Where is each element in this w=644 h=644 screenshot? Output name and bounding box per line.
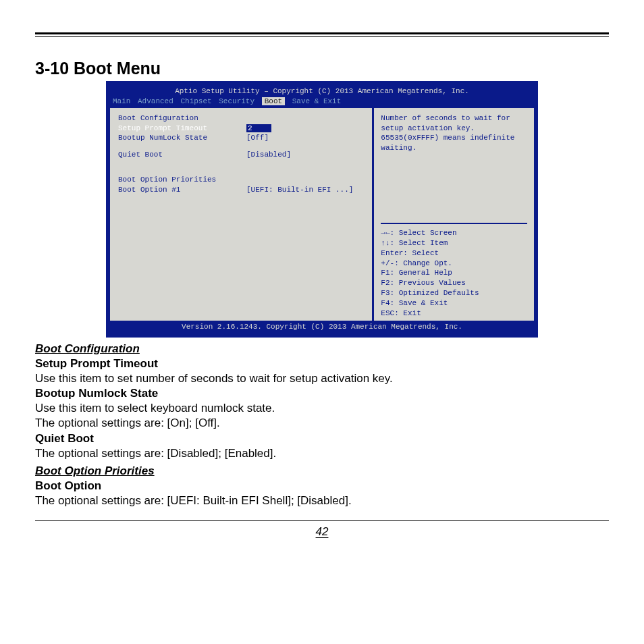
bottom-rule — [35, 520, 609, 521]
bios-row-quiet-boot[interactable]: Quiet Boot [Disabled] — [118, 150, 367, 160]
bios-row-numlock[interactable]: Bootup NumLock State [Off] — [118, 133, 367, 143]
bios-key-hint: F1: General Help — [381, 268, 527, 278]
bios-menu-security[interactable]: Security — [219, 97, 254, 105]
bios-value-numlock: [Off] — [246, 133, 269, 143]
section-heading: 3-10 Boot Menu — [35, 59, 609, 78]
bios-body: Boot Configuration Setup Prompt Timeout … — [110, 108, 534, 324]
heading-bootup-numlock: Bootup Numlock State — [35, 386, 609, 401]
bios-value-boot-option-1: [UEFI: Built-in EFI ...] — [246, 185, 353, 195]
bios-menubar: Main Advanced Chipset Security Boot Save… — [110, 97, 534, 108]
bios-help-text: Number of seconds to wait for setup acti… — [381, 113, 527, 181]
bios-key-hint: Enter: Select — [381, 248, 527, 259]
bios-label-numlock: Bootup NumLock State — [118, 133, 246, 143]
bios-label-quiet-boot: Quiet Boot — [118, 150, 246, 160]
bios-screenshot: Aptio Setup Utility – Copyright (C) 2013… — [106, 81, 538, 338]
bios-menu-boot[interactable]: Boot — [262, 97, 285, 105]
bios-section-boot-priorities: Boot Option Priorities — [118, 175, 246, 185]
bios-label-boot-option-1: Boot Option #1 — [118, 185, 246, 195]
document-page: 3-10 Boot Menu Aptio Setup Utility – Cop… — [0, 0, 644, 644]
bios-key-hint: F2: Previous Values — [381, 278, 527, 288]
text-bootup-numlock-2: The optional settings are: [On]; [Off]. — [35, 416, 609, 431]
bios-help-keys: →←: Select Screen ↑↓: Select Item Enter:… — [381, 223, 527, 319]
heading-boot-option: Boot Option — [35, 479, 609, 493]
page-number: 42 — [35, 525, 609, 539]
text-setup-prompt-timeout: Use this item to set number of seconds t… — [35, 371, 609, 386]
heading-boot-option-priorities: Boot Option Priorities — [35, 464, 609, 479]
bios-key-hint: ESC: Exit — [381, 308, 527, 319]
top-rule — [35, 32, 609, 37]
bios-row-boot-option-1[interactable]: Boot Option #1 [UEFI: Built-in EFI ...] — [118, 185, 367, 195]
bios-value-quiet-boot: [Disabled] — [246, 150, 291, 160]
bios-menu-main[interactable]: Main — [113, 97, 130, 105]
text-boot-option: The optional settings are: [UEFI: Built-… — [35, 493, 609, 508]
bios-menu-save-exit[interactable]: Save & Exit — [292, 97, 342, 105]
heading-setup-prompt-timeout: Setup Prompt Timeout — [35, 356, 609, 371]
heading-quiet-boot: Quiet Boot — [35, 431, 609, 446]
bios-menu-advanced[interactable]: Advanced — [138, 97, 173, 105]
bios-key-hint: F3: Optimized Defaults — [381, 288, 527, 298]
text-bootup-numlock-1: Use this item to select keyboard numlock… — [35, 401, 609, 416]
text-quiet-boot: The optional settings are: [Disabled]; [… — [35, 446, 609, 461]
bios-row-setup-prompt[interactable]: Setup Prompt Timeout 2 — [118, 124, 367, 134]
bios-value-setup-prompt: 2 — [246, 124, 271, 134]
heading-boot-configuration: Boot Configuration — [35, 342, 609, 356]
bios-label-setup-prompt: Setup Prompt Timeout — [118, 124, 246, 134]
bios-key-hint: ↑↓: Select Item — [381, 238, 527, 248]
bios-key-hint: F4: Save & Exit — [381, 298, 527, 308]
bios-key-hint: →←: Select Screen — [381, 228, 527, 238]
bios-section-boot-config: Boot Configuration — [118, 113, 246, 124]
bios-title: Aptio Setup Utility – Copyright (C) 2013… — [110, 85, 534, 97]
bios-footer: Version 2.16.1243. Copyright (C) 2013 Am… — [110, 321, 534, 333]
bios-left-pane: Boot Configuration Setup Prompt Timeout … — [110, 108, 372, 324]
bios-key-hint: +/-: Change Opt. — [381, 259, 527, 269]
bios-right-pane: Number of seconds to wait for setup acti… — [372, 108, 534, 324]
bios-menu-chipset[interactable]: Chipset — [180, 97, 211, 105]
doc-body: Boot Configuration Setup Prompt Timeout … — [35, 342, 609, 508]
